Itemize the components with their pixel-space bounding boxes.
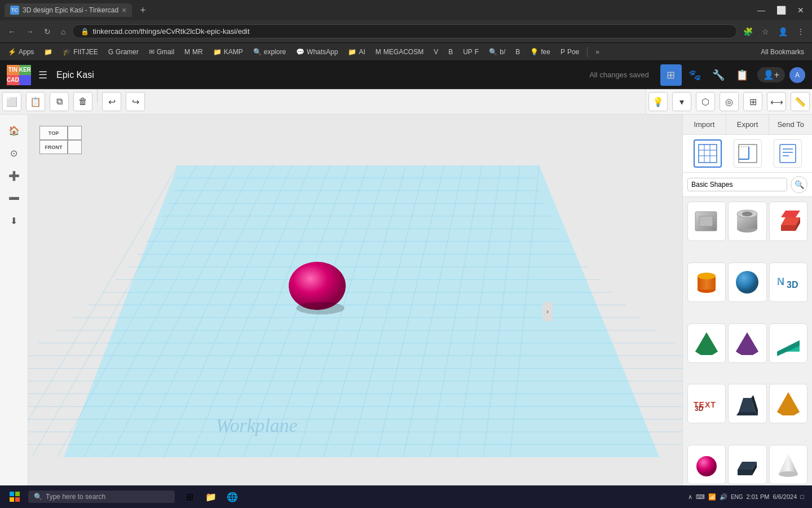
bookmark-b1[interactable]: B: [444, 47, 457, 57]
align-button[interactable]: ⊞: [743, 92, 762, 111]
shape-prism-navy[interactable]: [728, 384, 766, 423]
viewport[interactable]: TOP FRONT: [28, 115, 682, 508]
shape-sphere-pink[interactable]: [687, 445, 726, 484]
tinkercad-logo[interactable]: TIN KER CAD: [7, 65, 27, 85]
shape-sphere-blue[interactable]: [728, 262, 766, 302]
close-button[interactable]: ✕: [794, 5, 807, 16]
add-user-button[interactable]: 👤+: [757, 67, 785, 82]
shape-pyramid-green[interactable]: [687, 323, 726, 363]
systray-notification[interactable]: □: [800, 493, 804, 500]
zoom-out-button[interactable]: ➖: [4, 188, 24, 208]
back-button[interactable]: ←: [5, 25, 19, 38]
bookmark-upf[interactable]: UP F: [458, 47, 483, 57]
shape-box-hole[interactable]: [687, 202, 726, 241]
grid-view-icon[interactable]: [694, 139, 722, 168]
bookmark-v[interactable]: V: [429, 47, 443, 57]
shape-cone[interactable]: [769, 445, 807, 484]
hamburger-menu[interactable]: ☰: [34, 67, 52, 84]
shape-cylinder-orange[interactable]: [687, 262, 726, 302]
shape-box-red[interactable]: [769, 202, 807, 241]
start-button[interactable]: [3, 487, 26, 506]
shape-pyramid-purple[interactable]: [728, 323, 766, 363]
snap-button[interactable]: ◎: [720, 92, 739, 111]
bookmark-fiitjee[interactable]: 🎓 FIITJEE: [58, 47, 102, 57]
shape-wedge-teal[interactable]: [769, 323, 807, 363]
bookmark-mr[interactable]: M MR: [180, 47, 208, 57]
wrench-icon-button[interactable]: 🔧: [708, 64, 729, 86]
shape-pyramid-yellow[interactable]: [769, 384, 807, 423]
undo-button[interactable]: ↩: [102, 92, 121, 111]
group-button[interactable]: ⬜: [2, 92, 21, 111]
shape-text-red[interactable]: TEXT 3D: [687, 384, 726, 423]
workplane-text: Workplane: [216, 415, 298, 436]
bookmarks-overflow[interactable]: »: [591, 47, 604, 57]
note-view-icon[interactable]: [774, 139, 802, 168]
tab-close-button[interactable]: ×: [122, 6, 126, 15]
user-avatar[interactable]: A: [789, 67, 805, 83]
bookmark-apps[interactable]: ⚡ Apps: [3, 47, 38, 57]
menu-icon[interactable]: ⋮: [794, 25, 807, 38]
light-dropdown[interactable]: ▾: [672, 92, 691, 111]
mirror-button[interactable]: ⟷: [767, 92, 786, 111]
bookmark-megacosm[interactable]: M MEGACOSM: [371, 47, 428, 57]
bookmark-gmail[interactable]: ✉ Gmail: [144, 47, 179, 57]
bookmark-icon[interactable]: ☆: [759, 25, 772, 38]
bookmark-fee[interactable]: 💡 fee: [526, 47, 555, 57]
systray-up-arrow[interactable]: ∧: [688, 493, 692, 501]
bookmark-gramer[interactable]: G Gramer: [104, 47, 143, 57]
grid-settings-button[interactable]: ⬡: [696, 92, 715, 111]
redo-button[interactable]: ↪: [126, 92, 145, 111]
light-button[interactable]: 💡: [648, 92, 668, 111]
paw-icon-button[interactable]: 🐾: [684, 64, 705, 86]
panel-collapse-button[interactable]: ›: [542, 302, 553, 321]
bookmark-folder[interactable]: 📁: [39, 47, 57, 57]
grid-view-button[interactable]: ⊞: [660, 64, 682, 86]
ruler-view-icon[interactable]: [734, 139, 762, 168]
bookmark-ai[interactable]: 📁 AI: [343, 47, 369, 57]
send-to-button[interactable]: Send To: [769, 115, 812, 134]
logo-cad1: CAD: [7, 75, 19, 85]
ungroup-button[interactable]: 📋: [26, 92, 45, 111]
import-button[interactable]: Import: [683, 115, 726, 134]
profile-icon[interactable]: 👤: [775, 25, 791, 38]
clipboard-icon-button[interactable]: 📋: [731, 64, 753, 86]
address-input[interactable]: 🔒 tinkercad.com/things/eCvRtk2lcDk-epic-…: [72, 24, 737, 38]
zoom-in-button[interactable]: ➕: [4, 165, 24, 186]
shape-box-dark-blue[interactable]: [728, 445, 766, 484]
shape-cylinder-hole[interactable]: [728, 202, 766, 241]
delete-button[interactable]: 🗑: [73, 92, 92, 111]
reset-view-button[interactable]: ⬇: [4, 211, 24, 231]
bookmark-explore[interactable]: 🔍 explore: [249, 47, 290, 57]
bookmark-b2[interactable]: 🔍 b/: [484, 47, 510, 57]
all-bookmarks[interactable]: All Bookmarks: [756, 47, 809, 57]
bookmark-upf-label: F: [475, 48, 479, 56]
extensions-icon[interactable]: 🧩: [740, 25, 756, 38]
taskbar-file-explorer[interactable]: 📁: [201, 487, 221, 507]
systray-keyboard-icon[interactable]: ⌨: [696, 493, 705, 501]
ruler-button[interactable]: 📏: [791, 92, 810, 111]
reload-button[interactable]: ↻: [41, 25, 54, 38]
browser-tab[interactable]: TC 3D design Epic Kasi - Tinkercad ×: [5, 3, 132, 17]
minimize-button[interactable]: —: [754, 5, 769, 16]
systray-network-icon[interactable]: 📶: [708, 493, 716, 501]
shape-text-3d[interactable]: N 3D: [769, 262, 807, 302]
new-tab-button[interactable]: +: [135, 3, 151, 17]
home-view-button[interactable]: 🏠: [4, 120, 24, 141]
fit-view-button[interactable]: ⊙: [4, 143, 24, 163]
systray-volume-icon[interactable]: 🔊: [720, 493, 727, 501]
shape-category-dropdown[interactable]: Basic Shapes: [687, 178, 787, 191]
taskbar-chrome[interactable]: 🌐: [222, 487, 242, 507]
taskbar-search[interactable]: 🔍 Type here to search: [28, 491, 175, 503]
project-name[interactable]: Epic Kasi: [56, 70, 94, 80]
home-button[interactable]: ⌂: [58, 25, 69, 38]
export-button[interactable]: Export: [726, 115, 770, 134]
taskbar-task-view[interactable]: ⊞: [179, 487, 200, 507]
bookmark-poe[interactable]: P Poe: [556, 47, 584, 57]
bookmark-kamp[interactable]: 📁 KAMP: [209, 47, 248, 57]
bookmark-b3[interactable]: B: [511, 47, 524, 57]
duplicate-button[interactable]: ⧉: [50, 92, 69, 111]
forward-button[interactable]: →: [23, 25, 37, 38]
bookmark-whatsapp[interactable]: 💬 WhatsApp: [292, 47, 342, 57]
shape-search-button[interactable]: 🔍: [791, 176, 807, 193]
maximize-button[interactable]: ⬜: [773, 5, 789, 16]
